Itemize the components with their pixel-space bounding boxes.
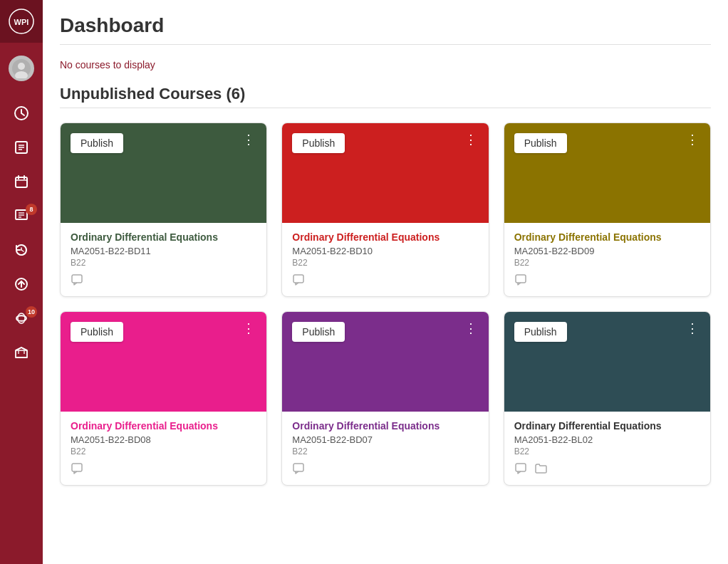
page-header: Dashboard (60, 0, 711, 45)
course-term-6: B22 (514, 446, 700, 456)
course-code-6: MA2051-B22-BL02 (514, 434, 700, 445)
comment-icon-5[interactable] (292, 462, 305, 478)
no-courses-message: No courses to display (60, 59, 711, 70)
sidebar-item-calendar[interactable] (0, 165, 43, 198)
course-term-5: B22 (292, 446, 478, 456)
course-card-5: Publish ⋮ Ordinary Differential Equation… (281, 311, 489, 486)
svg-rect-33 (516, 464, 526, 471)
sidebar-item-history[interactable] (0, 234, 43, 266)
course-term-3: B22 (514, 258, 700, 268)
unpublished-section-title: Unpublished Courses (6) (60, 85, 711, 103)
commons-badge: 10 (26, 306, 37, 318)
card-icons-4 (71, 462, 256, 478)
card-banner-1: Publish ⋮ (61, 123, 266, 223)
card-banner-3: Publish ⋮ (504, 123, 710, 223)
course-title-4: Ordinary Differential Equations (71, 420, 256, 432)
card-menu-2[interactable]: ⋮ (464, 133, 479, 146)
course-code-2: MA2051-B22-BD10 (292, 246, 478, 256)
card-menu-1[interactable]: ⋮ (242, 133, 256, 146)
card-icons-6 (514, 462, 700, 478)
course-code-1: MA2051-B22-BD11 (71, 246, 256, 256)
card-body-1: Ordinary Differential Equations MA2051-B… (61, 223, 266, 296)
course-term-1: B22 (71, 258, 256, 268)
card-banner-5: Publish ⋮ (282, 312, 488, 412)
card-banner-4: Publish ⋮ (61, 312, 266, 412)
svg-rect-32 (293, 464, 303, 471)
card-banner-6: Publish ⋮ (504, 312, 710, 412)
course-card-1: Publish ⋮ Ordinary Differential Equation… (60, 122, 267, 297)
card-body-5: Ordinary Differential Equations MA2051-B… (282, 412, 488, 485)
publish-button-1[interactable]: Publish (71, 133, 123, 153)
course-title-5: Ordinary Differential Equations (292, 420, 478, 432)
publish-button-3[interactable]: Publish (514, 133, 567, 153)
course-term-4: B22 (71, 446, 256, 456)
card-icons-3 (514, 273, 700, 289)
course-title-1: Ordinary Differential Equations (71, 231, 256, 243)
sidebar-navigation: 8 10 (0, 94, 43, 564)
comment-icon-6[interactable] (514, 462, 527, 478)
course-title-6: Ordinary Differential Equations (514, 420, 700, 432)
avatar[interactable] (9, 56, 34, 81)
notifications-badge: 8 (26, 204, 37, 215)
card-body-3: Ordinary Differential Equations MA2051-B… (504, 223, 710, 296)
comment-icon-2[interactable] (292, 273, 305, 289)
svg-rect-28 (72, 275, 82, 283)
card-body-4: Ordinary Differential Equations MA2051-B… (61, 412, 266, 485)
card-menu-3[interactable]: ⋮ (686, 133, 700, 146)
course-code-3: MA2051-B22-BD09 (514, 246, 700, 256)
course-code-5: MA2051-B22-BD07 (292, 434, 478, 445)
course-title-3: Ordinary Differential Equations (514, 231, 700, 243)
publish-button-4[interactable]: Publish (71, 322, 123, 342)
card-menu-6[interactable]: ⋮ (686, 322, 700, 335)
course-title-2: Ordinary Differential Equations (292, 231, 478, 243)
svg-rect-29 (293, 275, 303, 283)
sidebar: WPI (0, 0, 43, 564)
card-icons-2 (292, 273, 478, 289)
comment-icon-3[interactable] (514, 273, 527, 289)
card-icons-5 (292, 462, 478, 478)
svg-rect-30 (516, 275, 526, 283)
svg-line-19 (21, 250, 24, 251)
svg-rect-10 (16, 177, 27, 187)
sidebar-item-commons[interactable]: 10 (0, 302, 43, 335)
card-body-2: Ordinary Differential Equations MA2051-B… (282, 223, 488, 296)
folder-icon-6[interactable] (534, 462, 547, 478)
course-code-4: MA2051-B22-BD08 (71, 434, 256, 445)
publish-button-6[interactable]: Publish (514, 322, 567, 342)
sidebar-item-book[interactable] (0, 131, 43, 164)
publish-button-5[interactable]: Publish (292, 322, 345, 342)
card-menu-5[interactable]: ⋮ (464, 322, 479, 335)
sidebar-item-import[interactable] (0, 268, 43, 301)
card-menu-4[interactable]: ⋮ (242, 322, 256, 335)
course-card-3: Publish ⋮ Ordinary Differential Equation… (504, 122, 711, 297)
section-divider (60, 108, 711, 108)
comment-icon-1[interactable] (71, 273, 83, 289)
sidebar-item-clock[interactable] (0, 97, 43, 130)
card-banner-2: Publish ⋮ (282, 123, 488, 223)
card-body-6: Ordinary Differential Equations MA2051-B… (504, 412, 710, 485)
course-card-6: Publish ⋮ Ordinary Differential Equation… (504, 311, 711, 486)
svg-rect-31 (72, 464, 82, 471)
sidebar-item-notifications[interactable]: 8 (0, 199, 43, 232)
main-content: Dashboard No courses to display Unpublis… (43, 0, 728, 564)
publish-button-2[interactable]: Publish (292, 133, 345, 153)
course-term-2: B22 (292, 258, 478, 268)
course-card-4: Publish ⋮ Ordinary Differential Equation… (60, 311, 267, 486)
svg-marker-24 (16, 348, 27, 357)
sidebar-item-box[interactable] (0, 336, 43, 369)
wpi-logo: WPI (0, 0, 43, 43)
comment-icon-4[interactable] (71, 462, 83, 478)
page-title: Dashboard (60, 14, 711, 37)
svg-point-3 (18, 63, 25, 70)
courses-grid: Publish ⋮ Ordinary Differential Equation… (60, 122, 711, 486)
course-card-2: Publish ⋮ Ordinary Differential Equation… (281, 122, 489, 297)
card-icons-1 (71, 273, 256, 289)
svg-text:WPI: WPI (14, 18, 29, 26)
